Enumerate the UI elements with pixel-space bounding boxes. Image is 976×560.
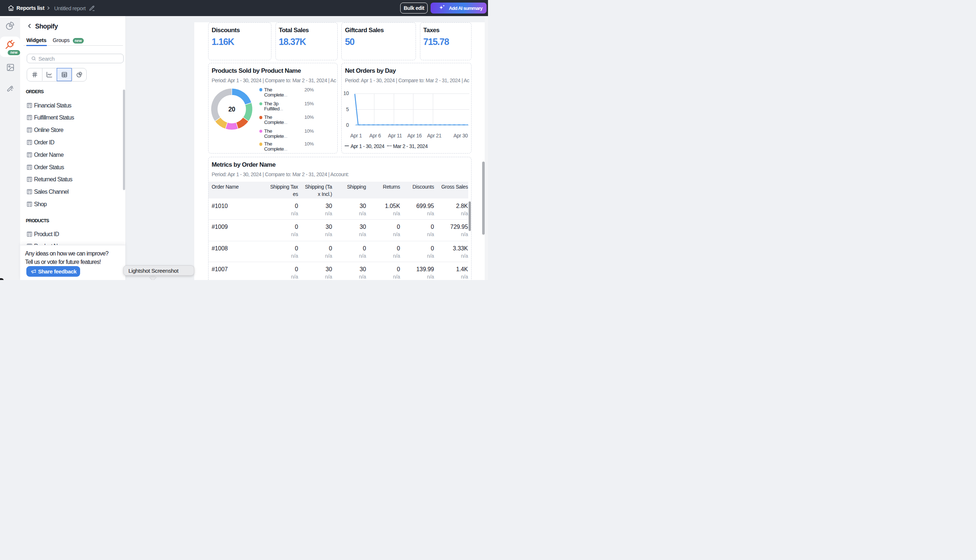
svg-text:20: 20 (228, 106, 235, 113)
